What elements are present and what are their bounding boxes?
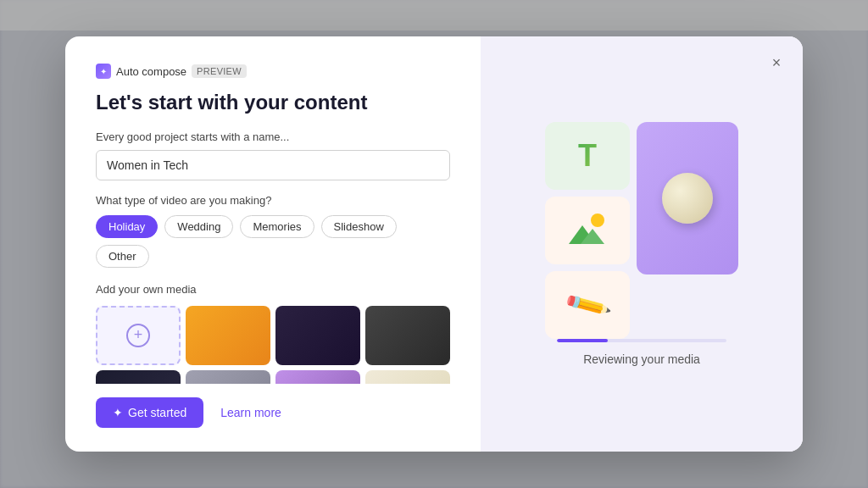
preview-landscape-card xyxy=(545,197,630,264)
preview-grid: T xyxy=(545,122,738,339)
right-panel: × T xyxy=(481,36,803,452)
modal-title: Let's start with your content xyxy=(96,91,450,115)
auto-compose-badge: ✦ Auto compose PREVIEW xyxy=(96,64,450,79)
preview-left-cards: T xyxy=(545,122,630,339)
preview-tag: PREVIEW xyxy=(192,64,247,78)
close-button[interactable]: × xyxy=(764,50,789,75)
media-cell-2[interactable] xyxy=(275,306,360,365)
plus-icon: + xyxy=(126,324,150,347)
modal-footer: ✦ Get started Learn more xyxy=(96,384,450,428)
reviewing-text: Reviewing your media xyxy=(583,352,700,366)
progress-bar-container xyxy=(557,339,726,342)
media-cell-6[interactable] xyxy=(275,370,360,384)
learn-more-link[interactable]: Learn more xyxy=(220,406,281,419)
svg-point-1 xyxy=(591,214,604,227)
mountain-svg xyxy=(562,210,613,251)
pencil-icon: ✏️ xyxy=(562,280,613,330)
media-grid: + xyxy=(96,306,450,384)
preview-text-card: T xyxy=(545,122,630,190)
media-cell-7[interactable]: FOR TECHWE ARE xyxy=(365,370,450,384)
text-icon: T xyxy=(578,138,597,174)
get-started-button[interactable]: ✦ Get started xyxy=(96,397,203,428)
project-name-input[interactable] xyxy=(96,150,450,180)
media-add-button[interactable]: + xyxy=(96,306,181,365)
get-started-label: Get started xyxy=(128,406,186,419)
media-cell-1[interactable] xyxy=(186,306,270,365)
modal-dialog: ✦ Auto compose PREVIEW Let's start with … xyxy=(65,36,803,452)
svg-rect-0 xyxy=(562,210,613,251)
media-cell-4[interactable] xyxy=(96,370,181,384)
type-btn-holiday[interactable]: Holiday xyxy=(96,215,158,238)
media-cell-5[interactable] xyxy=(186,370,270,384)
type-btn-slideshow[interactable]: Slideshow xyxy=(321,215,397,238)
sparkle-btn-icon: ✦ xyxy=(113,406,123,419)
background-overlay: ✦ Auto compose PREVIEW Let's start with … xyxy=(0,0,868,488)
auto-compose-icon: ✦ xyxy=(96,64,111,79)
type-btn-other[interactable]: Other xyxy=(96,245,149,268)
left-panel: ✦ Auto compose PREVIEW Let's start with … xyxy=(65,36,481,452)
ball-icon xyxy=(662,173,713,224)
video-type-label: What type of video are you making? xyxy=(96,194,450,207)
preview-pencil-card: ✏️ xyxy=(545,271,630,339)
preview-purple-card xyxy=(637,122,738,274)
sparkle-icon: ✦ xyxy=(100,67,107,76)
project-name-label: Every good project starts with a name... xyxy=(96,130,450,143)
type-btn-memories[interactable]: Memories xyxy=(240,215,314,238)
auto-compose-label: Auto compose xyxy=(116,65,186,78)
media-cell-3[interactable] xyxy=(365,306,450,365)
modal-backdrop: ✦ Auto compose PREVIEW Let's start with … xyxy=(0,0,868,488)
progress-bar-fill xyxy=(557,339,608,342)
type-btn-wedding[interactable]: Wedding xyxy=(164,215,233,238)
video-type-buttons: Holiday Wedding Memories Slideshow Other xyxy=(96,215,450,268)
media-label: Add your own media xyxy=(96,283,450,296)
